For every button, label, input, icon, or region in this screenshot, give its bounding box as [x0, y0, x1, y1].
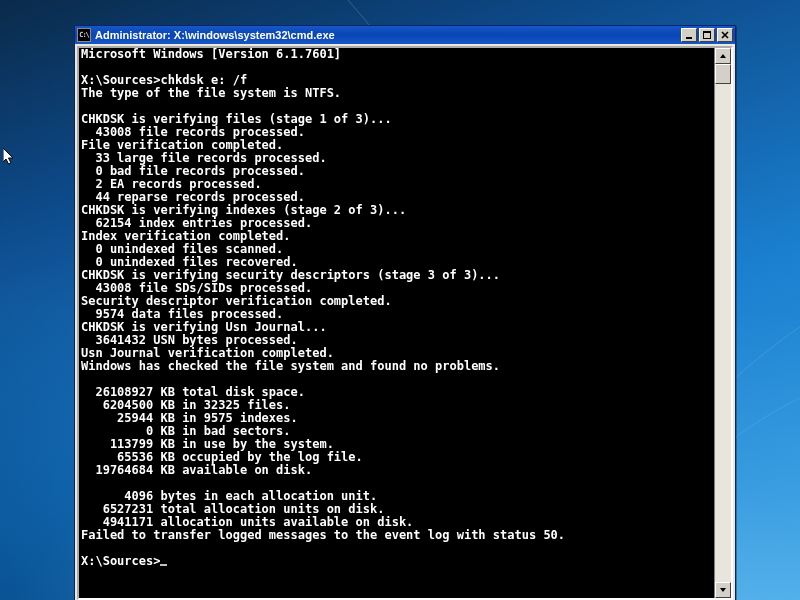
terminal-line: Windows has checked the file system and …	[81, 360, 712, 373]
chevron-down-icon	[719, 586, 727, 594]
terminal-line	[81, 542, 712, 555]
client-area: Microsoft Windows [Version 6.1.7601] X:\…	[77, 46, 733, 600]
cmd-icon: C:\	[77, 28, 91, 42]
cmd-icon-label: C:\	[79, 32, 89, 39]
scroll-track[interactable]	[715, 64, 731, 582]
terminal-line: 19764684 KB available on disk.	[81, 464, 712, 477]
terminal-output[interactable]: Microsoft Windows [Version 6.1.7601] X:\…	[79, 48, 714, 598]
vertical-scrollbar[interactable]	[714, 48, 731, 598]
window-title: Administrator: X:\windows\system32\cmd.e…	[95, 29, 681, 41]
chevron-up-icon	[719, 52, 727, 60]
minimize-icon	[685, 31, 693, 39]
terminal-line: The type of the file system is NTFS.	[81, 87, 712, 100]
svg-rect-2	[703, 31, 711, 33]
scroll-thumb[interactable]	[715, 64, 731, 84]
window-controls	[681, 28, 733, 42]
scroll-up-button[interactable]	[715, 48, 731, 64]
titlebar[interactable]: C:\ Administrator: X:\windows\system32\c…	[75, 26, 735, 44]
terminal-line: Failed to transfer logged messages to th…	[81, 529, 712, 542]
command-prompt-window[interactable]: C:\ Administrator: X:\windows\system32\c…	[74, 25, 736, 600]
minimize-button[interactable]	[681, 28, 697, 42]
maximize-icon	[703, 31, 711, 39]
svg-rect-0	[686, 37, 692, 39]
desktop-background: C:\ Administrator: X:\windows\system32\c…	[0, 0, 800, 600]
maximize-button[interactable]	[699, 28, 715, 42]
close-icon	[721, 31, 729, 39]
close-button[interactable]	[717, 28, 733, 42]
terminal-line: Microsoft Windows [Version 6.1.7601]	[81, 48, 712, 61]
text-cursor	[160, 564, 167, 566]
terminal-prompt[interactable]: X:\Sources>	[81, 555, 712, 568]
scroll-down-button[interactable]	[715, 582, 731, 598]
